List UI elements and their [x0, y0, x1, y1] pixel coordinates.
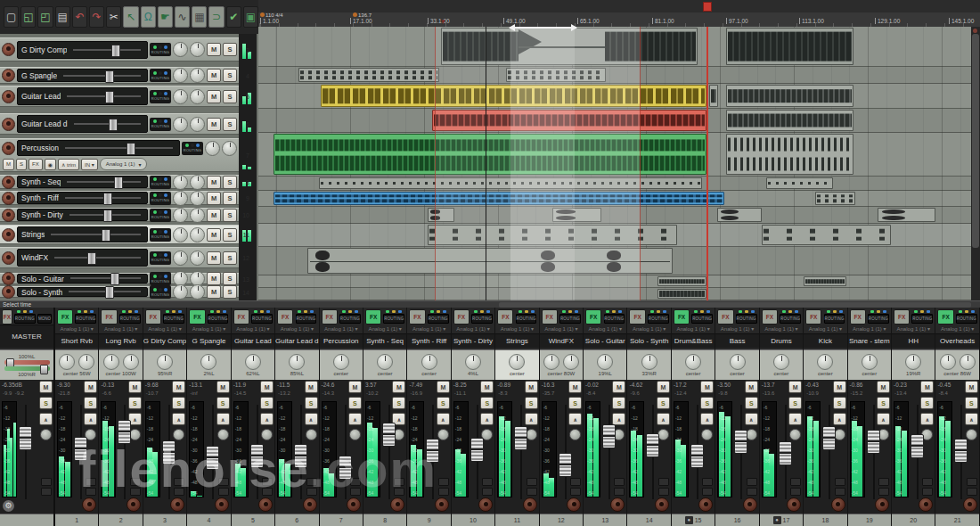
new-project-icon[interactable]: ▢	[4, 6, 19, 28]
mute-button[interactable]: M	[207, 272, 221, 285]
record-arm-button[interactable]	[2, 209, 15, 222]
strip-number-row[interactable]: 21	[935, 514, 978, 526]
strip-number-row[interactable]: 16	[715, 514, 758, 526]
solo-button[interactable]: S	[223, 118, 237, 131]
fader-handle[interactable]	[339, 456, 352, 480]
width-knob[interactable]	[190, 251, 205, 266]
record-arm-button[interactable]	[2, 228, 15, 242]
pan-knob[interactable]	[333, 354, 349, 370]
strip-name[interactable]: Synth - Riff	[407, 333, 450, 348]
pan-knob[interactable]	[465, 354, 481, 370]
strip-name[interactable]: HH	[892, 333, 935, 348]
tcp-track-row-11[interactable]: StringsROUTINGMS11	[0, 225, 239, 244]
routing-button[interactable]: ROUTING	[75, 314, 96, 324]
media-item[interactable]	[428, 208, 454, 222]
solo-button[interactable]: S	[223, 176, 237, 189]
pan-knob[interactable]	[173, 208, 188, 223]
input-select[interactable]: Analog 1 (1) ▾	[715, 325, 758, 333]
media-item[interactable]	[298, 68, 439, 82]
timeline-ruler[interactable]: 110 4/4136.71.1.0017.1.0033.1.0049.1.006…	[258, 12, 980, 28]
track-name-box[interactable]: Synth - Dirty	[17, 209, 148, 220]
routing-button[interactable]: ROUTING	[150, 272, 171, 285]
record-arm-button[interactable]	[258, 497, 273, 512]
pan-knob[interactable]	[377, 354, 393, 370]
undo-icon[interactable]: ↶	[72, 6, 87, 28]
record-arm-button[interactable]	[170, 497, 184, 512]
media-item[interactable]	[766, 177, 833, 189]
strip-name[interactable]: MASTER	[0, 325, 53, 348]
strip-number-row[interactable]: ●17	[760, 514, 803, 526]
pan-knob[interactable]	[685, 354, 701, 370]
fader-track[interactable]	[646, 405, 658, 499]
mute-button[interactable]: M	[965, 381, 978, 393]
media-item[interactable]	[552, 208, 601, 222]
input-select[interactable]: Analog 1 (1) ▾	[495, 325, 538, 333]
mute-button[interactable]: M	[128, 381, 142, 393]
tcp-track-row-14[interactable]: Solo - SynthROUTINGMS14	[0, 286, 239, 298]
mute-button[interactable]: M	[568, 381, 582, 393]
open-project-icon[interactable]: ◱	[20, 6, 36, 28]
routing-button[interactable]: ROUTING	[150, 90, 171, 103]
strip-name[interactable]: Drum&Bass	[672, 333, 715, 348]
fx-button[interactable]: FX	[189, 309, 205, 325]
volume-slider-handle[interactable]	[111, 45, 120, 57]
mute-button[interactable]: M	[525, 381, 538, 393]
strip-name[interactable]: Drums	[760, 333, 803, 348]
mute-button[interactable]: M	[612, 381, 625, 393]
record-arm-button[interactable]	[2, 192, 15, 205]
sends-knob[interactable]	[306, 429, 317, 440]
width-knob[interactable]	[190, 175, 205, 190]
solo-button[interactable]: S	[223, 228, 237, 242]
fader-track[interactable]	[559, 405, 571, 499]
routing-button[interactable]: ROUTING	[956, 314, 977, 324]
volume-slider-handle[interactable]	[127, 143, 135, 155]
record-arm-button[interactable]	[347, 497, 361, 512]
fader-track[interactable]	[514, 405, 527, 499]
sends-knob[interactable]	[261, 429, 273, 440]
track-lane-12[interactable]	[258, 247, 980, 275]
mute-button[interactable]: M	[84, 381, 97, 393]
record-arm-button[interactable]	[2, 43, 15, 56]
input-select[interactable]: Analog 1 (1) ▾	[848, 325, 891, 333]
tcp-control-trim[interactable]: ∧ trim	[58, 159, 79, 170]
fx-button[interactable]: FX	[101, 309, 117, 325]
mute-button[interactable]: M	[216, 381, 230, 393]
fx-button[interactable]: FX	[365, 309, 381, 325]
width-knob[interactable]	[78, 354, 94, 370]
fader-handle[interactable]	[118, 420, 131, 444]
input-select[interactable]: Analog 1 (1) ▾	[584, 325, 626, 333]
routing-button[interactable]: ROUTING	[780, 314, 801, 324]
media-item[interactable]	[726, 110, 853, 131]
fx-button[interactable]: FX	[850, 309, 866, 325]
strip-number-row[interactable]: 19	[848, 514, 891, 526]
fader-track[interactable]	[206, 405, 218, 499]
pan-knob[interactable]	[59, 354, 75, 370]
pan-knob[interactable]	[773, 354, 789, 370]
routing-button[interactable]: ROUTING	[383, 314, 404, 324]
strip-name[interactable]: G Dirty Comp	[143, 333, 186, 348]
width-knob[interactable]	[960, 354, 976, 370]
track-volume-slider[interactable]	[51, 234, 141, 235]
strip-name[interactable]: Kick	[804, 333, 846, 348]
fader-track[interactable]	[602, 405, 615, 499]
strip-number-row[interactable]: 2	[99, 514, 142, 526]
mute-button[interactable]: M	[207, 176, 221, 189]
track-volume-slider[interactable]	[63, 75, 141, 77]
fader-track[interactable]	[250, 405, 263, 499]
fader-track[interactable]	[734, 405, 747, 499]
sends-knob[interactable]	[217, 429, 229, 440]
fader-handle[interactable]	[602, 424, 616, 448]
media-item[interactable]	[726, 85, 853, 107]
routing-button[interactable]: ROUTING	[182, 142, 203, 155]
strip-name[interactable]: Solo - Guitar	[584, 333, 626, 348]
width-knob[interactable]	[190, 68, 205, 83]
sends-knob[interactable]	[569, 429, 581, 440]
fader-handle[interactable]	[162, 440, 176, 464]
volume-slider-handle[interactable]	[105, 70, 114, 83]
input-select[interactable]: Analog 1 (1) ▾	[232, 325, 274, 333]
sends-knob[interactable]	[173, 429, 184, 440]
fader-handle[interactable]	[690, 444, 704, 468]
fader-track[interactable]	[779, 405, 791, 499]
record-arm-button[interactable]	[2, 142, 15, 155]
tcp-track-row-6[interactable]: Guitar Lead dROUTINGMS6	[0, 113, 239, 135]
